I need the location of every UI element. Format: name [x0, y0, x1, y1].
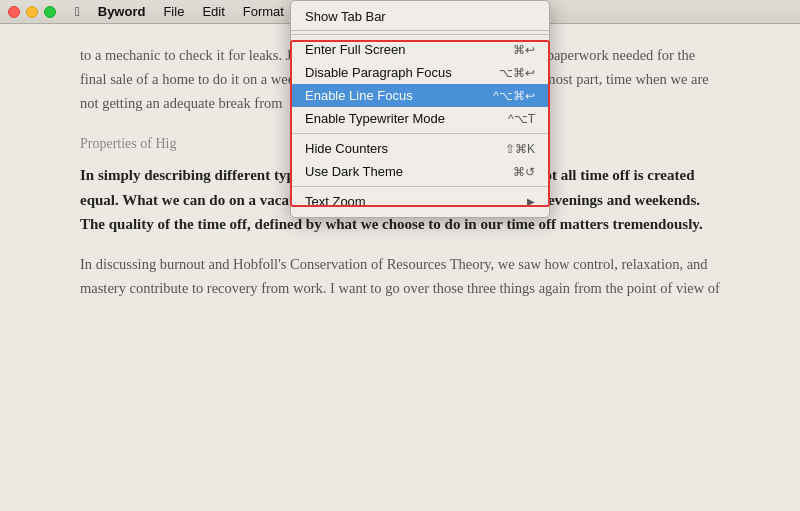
- menu-item-label: Show Tab Bar: [305, 9, 386, 24]
- maximize-button[interactable]: [44, 6, 56, 18]
- menu-divider-1: [291, 34, 549, 35]
- menu-item-enable-line-focus[interactable]: Enable Line Focus ^⌥⌘↩: [291, 84, 549, 107]
- menu-item-shortcut: ⌘↩: [513, 43, 535, 57]
- menu-item-shortcut: ^⌥⌘↩: [493, 89, 535, 103]
- menubar-format[interactable]: Format: [234, 2, 293, 21]
- menu-item-label: Use Dark Theme: [305, 164, 403, 179]
- menu-item-text-zoom[interactable]: Text Zoom ▶: [291, 190, 549, 213]
- menubar-edit[interactable]: Edit: [193, 2, 233, 21]
- minimize-button[interactable]: [26, 6, 38, 18]
- menu-item-label: Enable Typewriter Mode: [305, 111, 445, 126]
- menu-item-shortcut: ⌘↺: [513, 165, 535, 179]
- menubar-file[interactable]: File: [154, 2, 193, 21]
- menu-item-submenu-arrow: ▶: [527, 196, 535, 207]
- menu-item-label: Hide Counters: [305, 141, 388, 156]
- menu-divider-2: [291, 133, 549, 134]
- menu-item-label: Disable Paragraph Focus: [305, 65, 452, 80]
- menu-item-enable-typewriter-mode[interactable]: Enable Typewriter Mode ^⌥T: [291, 107, 549, 130]
- menu-item-shortcut: ⌥⌘↩: [499, 66, 535, 80]
- close-button[interactable]: [8, 6, 20, 18]
- menu-item-shortcut: ^⌥T: [508, 112, 535, 126]
- menu-item-use-dark-theme[interactable]: Use Dark Theme ⌘↺: [291, 160, 549, 183]
- menu-item-hide-counters[interactable]: Hide Counters ⇧⌘K: [291, 137, 549, 160]
- menubar-byword[interactable]: Byword: [89, 2, 155, 21]
- menu-divider-3: [291, 186, 549, 187]
- menubar-apple[interactable]: : [66, 2, 89, 21]
- menu-item-enter-full-screen[interactable]: Enter Full Screen ⌘↩: [291, 38, 549, 61]
- menu-item-label: Enable Line Focus: [305, 88, 413, 103]
- traffic-lights: [8, 6, 56, 18]
- content-para-4: In discussing burnout and Hobfoll's Cons…: [80, 253, 720, 301]
- menu-item-label: Enter Full Screen: [305, 42, 405, 57]
- view-dropdown-menu: Show Tab Bar Enter Full Screen ⌘↩ Disabl…: [290, 0, 550, 218]
- menu-item-label: Text Zoom: [305, 194, 366, 209]
- menu-item-show-tab-bar[interactable]: Show Tab Bar: [291, 5, 549, 31]
- menu-item-disable-paragraph-focus[interactable]: Disable Paragraph Focus ⌥⌘↩: [291, 61, 549, 84]
- menu-item-shortcut: ⇧⌘K: [505, 142, 535, 156]
